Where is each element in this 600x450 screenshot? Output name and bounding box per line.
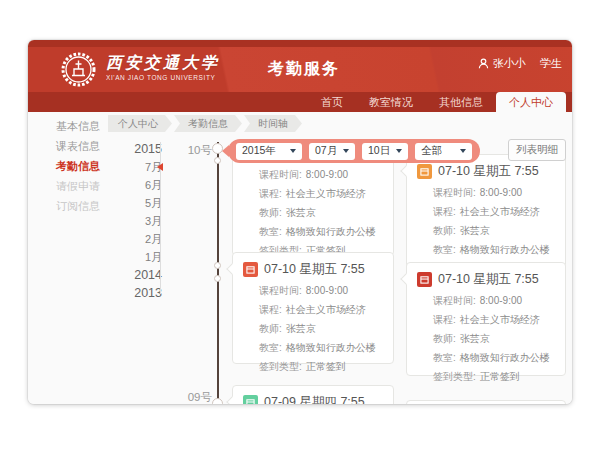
card-title: 07-10 星期五 7:55 <box>438 163 539 180</box>
nav-item-personal-center[interactable]: 个人中心 <box>496 92 566 112</box>
app-window: 西安交通大学 XI'AN JIAO TONG UNIVERSITY 考勤服务 张… <box>28 40 572 404</box>
card-title: 07-09 星期四 7:55 <box>264 394 365 404</box>
nav-item-other-info[interactable]: 其他信息 <box>426 92 496 112</box>
date-nav-month-3[interactable]: 3月 <box>124 212 162 230</box>
date-nav-year-2015[interactable]: 2015 <box>124 140 162 158</box>
date-nav-year-2014[interactable]: 2014 <box>124 266 162 284</box>
field-value: 8:00-9:00 <box>480 187 522 198</box>
field-label: 课程: <box>433 206 456 217</box>
field-value: 格物致知行政办公楼 <box>286 342 376 353</box>
page: 西安交通大学 XI'AN JIAO TONG UNIVERSITY 考勤服务 张… <box>0 0 600 450</box>
sidebar-item-leave-request[interactable]: 请假申请 <box>28 176 128 196</box>
field-value: 张芸京 <box>460 225 490 236</box>
attendance-card: 07-10 星期五 7:55 课程时间:8:00-9:00 课程:社会主义市场经… <box>406 262 566 376</box>
attendance-card: 07-10 星期五 7:55 课程时间:8:00-9:00 课程:社会主义市场经… <box>406 154 566 270</box>
list-detail-button[interactable]: 列表明细 <box>508 139 566 161</box>
type-select-value: 全部 <box>421 144 442 158</box>
field-label: 签到类型: <box>259 361 302 372</box>
field-value: 社会主义市场经济 <box>286 188 366 199</box>
timeline-day-label-09: 09号 <box>178 390 212 404</box>
nav-item-classrooms[interactable]: 教室情况 <box>356 92 426 112</box>
field-label: 课程时间: <box>433 187 476 198</box>
card-title: 07-10 星期五 7:55 <box>264 261 365 278</box>
field-value: 格物致知行政办公楼 <box>460 244 550 255</box>
field-label: 课程时间: <box>433 295 476 306</box>
field-value: 社会主义市场经济 <box>460 206 540 217</box>
attendance-card: 07-10 星期五 7:55 课程时间:8:00-9:00 课程:社会主义市场经… <box>232 252 394 364</box>
field-value: 8:00-9:00 <box>306 285 348 296</box>
card-title: 07-10 星期五 7:55 <box>438 271 539 288</box>
field-value: 正常签到 <box>306 361 346 372</box>
chevron-down-icon <box>343 149 349 153</box>
type-select[interactable]: 全部 <box>415 143 472 160</box>
nav-item-home[interactable]: 首页 <box>308 92 356 112</box>
field-value: 社会主义市场经济 <box>460 314 540 325</box>
filter-bubble: 2015年 07月 10日 全部 <box>228 139 480 163</box>
attendance-card: 课程时间:8:00-9:00 课程:社会主义市场经济 教师:张芸京 教室:格物致… <box>232 148 394 256</box>
sidebar-item-attendance-info[interactable]: 考勤信息 <box>28 156 128 176</box>
current-month-marker-icon <box>157 163 163 171</box>
field-label: 教师: <box>433 225 456 236</box>
university-name-en: XI'AN JIAO TONG UNIVERSITY <box>106 73 220 82</box>
field-label: 课程: <box>433 314 456 325</box>
breadcrumb: 个人中心 考勤信息 时间轴 <box>108 115 302 132</box>
breadcrumb-timeline[interactable]: 时间轴 <box>244 115 302 132</box>
chevron-down-icon <box>396 149 402 153</box>
timeline-node-icon <box>214 275 221 282</box>
field-value: 8:00-9:00 <box>480 295 522 306</box>
attendance-status-stamp-icon <box>417 272 432 287</box>
date-nav-year-2013[interactable]: 2013 <box>124 284 162 302</box>
chevron-down-icon <box>460 149 466 153</box>
field-value: 张芸京 <box>286 207 316 218</box>
field-label: 教师: <box>433 333 456 344</box>
field-label: 教室: <box>433 244 456 255</box>
sidebar-item-subscription-info[interactable]: 订阅信息 <box>28 196 128 216</box>
user-info[interactable]: 张小小 学生 <box>478 56 562 71</box>
field-value: 8:00-9:00 <box>306 169 348 180</box>
field-label: 教师: <box>259 207 282 218</box>
user-name: 张小小 <box>493 56 526 71</box>
breadcrumb-attendance-info[interactable]: 考勤信息 <box>174 115 242 132</box>
user-role: 学生 <box>540 56 562 71</box>
university-logo-icon <box>60 51 97 88</box>
field-value: 张芸京 <box>286 323 316 334</box>
day-select[interactable]: 10日 <box>362 143 408 160</box>
attendance-status-calendar-icon <box>417 164 432 179</box>
university-name: 西安交通大学 XI'AN JIAO TONG UNIVERSITY <box>106 53 220 82</box>
attendance-status-calendar-icon <box>243 395 258 404</box>
date-nav-month-5[interactable]: 5月 <box>124 194 162 212</box>
content-area: 基本信息 课表信息 考勤信息 请假申请 订阅信息 个人中心 考勤信息 时间轴 2… <box>28 112 572 404</box>
field-value: 正常签到 <box>480 371 520 382</box>
field-label: 教室: <box>259 226 282 237</box>
field-label: 教师: <box>259 323 282 334</box>
date-nav-month-6[interactable]: 6月 <box>124 176 162 194</box>
field-label: 课程时间: <box>259 285 302 296</box>
field-value: 格物致知行政办公楼 <box>460 352 550 363</box>
day-select-value: 10日 <box>368 144 390 158</box>
attendance-card: 07-09 星期四 7:55 <box>232 385 394 404</box>
timeline-node-icon <box>212 398 223 404</box>
header-top-strip <box>28 40 572 47</box>
sidebar-item-schedule-info[interactable]: 课表信息 <box>28 136 128 156</box>
attendance-status-calendar-icon <box>243 262 258 277</box>
timeline-node-icon <box>214 157 221 164</box>
date-nav-month-2[interactable]: 2月 <box>124 230 162 248</box>
timeline-day-label-10: 10号 <box>178 143 212 158</box>
field-label: 课程: <box>259 188 282 199</box>
timeline-node-icon <box>214 262 221 269</box>
year-select[interactable]: 2015年 <box>236 143 302 160</box>
field-value: 社会主义市场经济 <box>286 304 366 315</box>
field-value: 格物致知行政办公楼 <box>286 226 376 237</box>
breadcrumb-personal-center[interactable]: 个人中心 <box>108 115 172 132</box>
user-icon <box>478 58 489 69</box>
main-nav: 首页 教室情况 其他信息 个人中心 <box>28 92 572 112</box>
date-nav-month-1[interactable]: 1月 <box>124 248 162 266</box>
year-select-value: 2015年 <box>242 144 276 158</box>
attendance-card-cutoff <box>406 400 566 404</box>
field-label: 教室: <box>259 342 282 353</box>
month-select[interactable]: 07月 <box>309 143 355 160</box>
chevron-down-icon <box>290 149 296 153</box>
university-name-cn: 西安交通大学 <box>106 53 220 73</box>
field-label: 签到类型: <box>433 371 476 382</box>
field-label: 课程: <box>259 304 282 315</box>
